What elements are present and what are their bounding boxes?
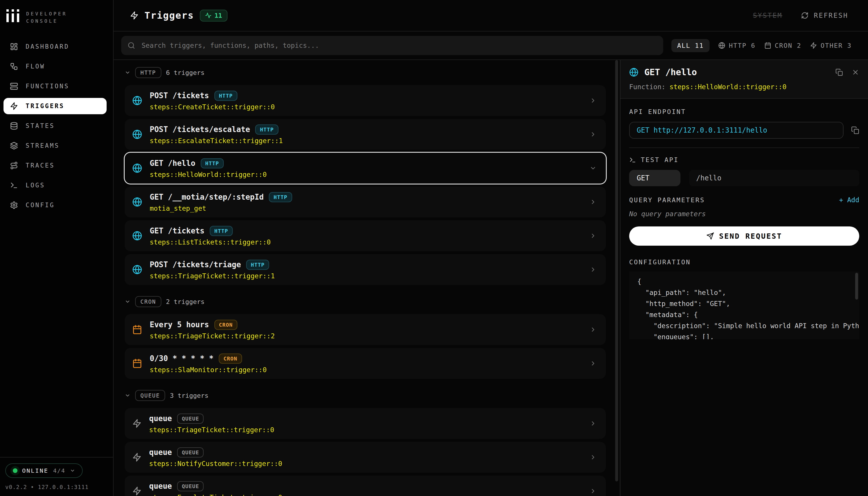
calendar-icon bbox=[764, 42, 771, 49]
sidebar-item-streams[interactable]: STREAMS bbox=[3, 138, 107, 154]
trigger-function: steps::CreateTicket::trigger::0 bbox=[150, 103, 275, 111]
configuration-label: CONFIGURATION bbox=[629, 259, 859, 266]
search-box[interactable] bbox=[121, 36, 663, 55]
trigger-row-queue-triage[interactable]: queueQUEUE steps::TriageTicket::trigger:… bbox=[125, 408, 606, 439]
chevron-right-icon bbox=[590, 487, 596, 495]
trigger-row-get-tickets[interactable]: GET /ticketsHTTP steps::ListTickets::tri… bbox=[125, 220, 606, 251]
sidebar-item-dashboard[interactable]: DASHBOARD bbox=[3, 38, 107, 55]
copy-endpoint-button[interactable] bbox=[851, 126, 859, 134]
refresh-icon bbox=[801, 12, 808, 19]
configuration-code[interactable]: { "api_path": "hello", "http_method": "G… bbox=[629, 272, 859, 339]
trigger-row-cron-expression[interactable]: 0/30 * * * * *CRON steps::SlaMonitor::tr… bbox=[125, 348, 606, 379]
database-icon bbox=[10, 122, 18, 130]
server-icon bbox=[10, 82, 18, 90]
gear-icon bbox=[10, 201, 18, 209]
sidebar-footer: ONLINE 4/4 v0.2.2 • 127.0.0.1:3111 bbox=[0, 457, 113, 496]
query-parameters-label: QUERY PARAMETERS bbox=[629, 197, 705, 204]
trigger-row-every-5-hours[interactable]: Every 5 hoursCRON steps::TriageTicket::t… bbox=[125, 314, 606, 345]
trigger-type-badge: HTTP bbox=[214, 91, 237, 101]
section-header-queue[interactable]: QUEUE 3 triggers bbox=[125, 390, 606, 401]
search-input[interactable] bbox=[140, 41, 657, 50]
filter-tab-label: OTHER 3 bbox=[821, 42, 852, 49]
sidebar-item-functions[interactable]: FUNCTIONS bbox=[3, 78, 107, 94]
section-header-cron[interactable]: CRON 2 triggers bbox=[125, 296, 606, 307]
filter-tab-http[interactable]: HTTP 6 bbox=[718, 42, 755, 49]
copy-button[interactable] bbox=[835, 68, 843, 76]
chevron-right-icon bbox=[590, 131, 596, 138]
trigger-function: steps::EscalateTicket::trigger::0 bbox=[149, 494, 282, 496]
filter-tab-label: HTTP 6 bbox=[729, 42, 755, 49]
online-count: 4/4 bbox=[53, 467, 65, 474]
code-scrollbar[interactable] bbox=[855, 273, 858, 299]
sidebar-item-label: FLOW bbox=[26, 63, 45, 70]
filter-tab-cron[interactable]: CRON 2 bbox=[764, 42, 801, 49]
chevron-down-icon bbox=[590, 165, 596, 172]
configuration-json: { "api_path": "hello", "http_method": "G… bbox=[637, 276, 851, 339]
trigger-type-badge: HTTP bbox=[201, 158, 224, 168]
panel-body: API ENDPOINT GET http://127.0.0.1:3111/h… bbox=[621, 99, 868, 339]
activity-icon bbox=[205, 12, 211, 19]
layers-icon bbox=[10, 142, 18, 150]
sidebar-item-states[interactable]: STATES bbox=[3, 118, 107, 134]
sidebar-item-label: TRACES bbox=[26, 162, 55, 169]
trigger-row-post-tickets-escalate[interactable]: POST /tickets/escalateHTTP steps::Escala… bbox=[125, 119, 606, 150]
refresh-button[interactable]: REFRESH bbox=[798, 11, 852, 20]
sidebar-item-triggers[interactable]: TRIGGERS bbox=[3, 98, 107, 114]
logo-text: DEVELOPER CONSOLE bbox=[26, 9, 67, 25]
online-dot bbox=[13, 468, 17, 473]
trigger-function: motia_step_get bbox=[150, 205, 292, 212]
send-request-button[interactable]: SEND REQUEST bbox=[629, 227, 859, 246]
page-title: Triggers bbox=[144, 10, 194, 21]
zap-icon bbox=[10, 102, 18, 110]
online-status-pill[interactable]: ONLINE 4/4 bbox=[5, 463, 83, 478]
sidebar-item-label: STREAMS bbox=[26, 142, 60, 149]
path-input[interactable] bbox=[689, 170, 859, 186]
trigger-title: queue bbox=[149, 448, 172, 457]
trigger-row-queue-notify[interactable]: queueQUEUE steps::NotifyCustomer::trigge… bbox=[125, 442, 606, 473]
trigger-function: steps::ListTickets::trigger::0 bbox=[150, 238, 271, 246]
calendar-icon bbox=[132, 325, 142, 335]
system-toggle[interactable]: SYSTEM bbox=[753, 12, 782, 19]
trigger-function: steps::SlaMonitor::trigger::0 bbox=[150, 366, 267, 374]
search-icon bbox=[128, 42, 135, 49]
dashboard-icon bbox=[10, 43, 18, 51]
sidebar-item-flow[interactable]: FLOW bbox=[3, 58, 107, 75]
sidebar-item-config[interactable]: CONFIG bbox=[3, 197, 107, 213]
list-scrollbar[interactable] bbox=[615, 60, 618, 481]
page-header: Triggers 11 SYSTEM REFRESH bbox=[114, 0, 868, 31]
method-select[interactable]: GET bbox=[629, 170, 680, 186]
add-query-param-link[interactable]: + Add bbox=[839, 196, 859, 204]
close-icon bbox=[852, 68, 859, 76]
trigger-title: queue bbox=[149, 482, 172, 491]
sidebar-item-label: STATES bbox=[26, 122, 55, 129]
logo-icon bbox=[6, 9, 19, 22]
filter-tab-other[interactable]: OTHER 3 bbox=[810, 42, 852, 49]
trigger-row-get-motia-step[interactable]: GET /__motia/step/:stepIdHTTP motia_step… bbox=[125, 186, 606, 217]
trigger-row-post-tickets-triage[interactable]: POST /tickets/triageHTTP steps::TriageTi… bbox=[125, 254, 606, 285]
chevron-right-icon bbox=[590, 454, 596, 461]
trigger-type-badge: HTTP bbox=[255, 124, 278, 135]
sidebar-item-label: FUNCTIONS bbox=[26, 83, 69, 90]
close-panel-button[interactable] bbox=[852, 68, 859, 76]
sidebar-item-logs[interactable]: LOGS bbox=[3, 177, 107, 193]
sidebar-item-label: LOGS bbox=[26, 182, 45, 189]
terminal-icon bbox=[629, 156, 636, 164]
trigger-row-get-hello[interactable]: GET /helloHTTP steps::HelloWorld::trigge… bbox=[125, 153, 606, 184]
trigger-row-post-tickets[interactable]: POST /ticketsHTTP steps::CreateTicket::t… bbox=[125, 85, 606, 116]
trigger-type-badge: HTTP bbox=[246, 260, 269, 270]
globe-icon bbox=[718, 42, 725, 49]
filter-tab-all[interactable]: ALL 11 bbox=[671, 39, 709, 52]
trigger-row-queue-escalate[interactable]: queueQUEUE steps::EscalateTicket::trigge… bbox=[125, 476, 606, 496]
trigger-function: steps::TriageTicket::trigger::1 bbox=[150, 272, 275, 280]
trigger-function: steps::TriageTicket::trigger::2 bbox=[150, 332, 275, 340]
section-count: 2 triggers bbox=[166, 298, 205, 306]
app-logo: DEVELOPER CONSOLE bbox=[0, 0, 113, 29]
section-header-http[interactable]: HTTP 6 triggers bbox=[125, 67, 606, 78]
chevron-right-icon bbox=[590, 199, 596, 205]
chevron-right-icon bbox=[590, 266, 596, 273]
trigger-count-badge: 11 bbox=[200, 10, 227, 21]
endpoint-value[interactable]: GET http://127.0.0.1:3111/hello bbox=[629, 122, 843, 139]
chevron-down-icon bbox=[125, 392, 130, 398]
sidebar-item-traces[interactable]: TRACES bbox=[3, 157, 107, 174]
globe-icon bbox=[132, 265, 142, 275]
